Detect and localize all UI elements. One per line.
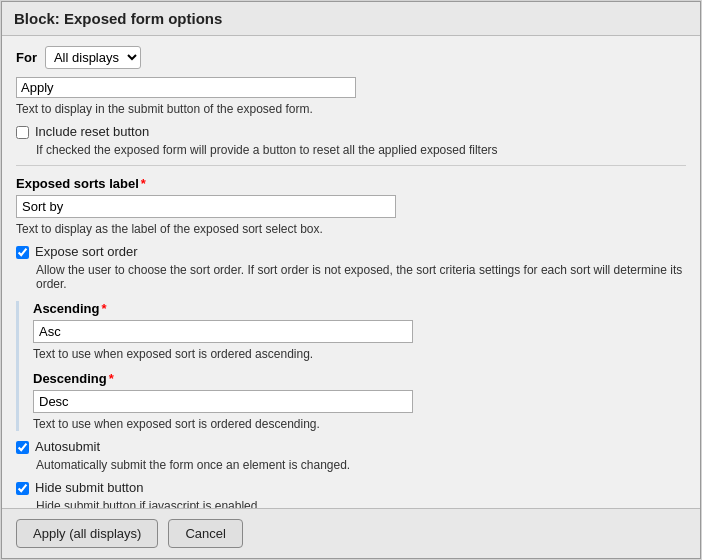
for-row: For All displays Page Block [16, 46, 686, 69]
expose-sort-order-row: Expose sort order [16, 244, 686, 259]
expose-sort-order-label: Expose sort order [35, 244, 138, 259]
for-label: For [16, 50, 37, 65]
dialog-body: For All displays Page Block Text to disp… [2, 36, 700, 508]
include-reset-help: If checked the exposed form will provide… [16, 143, 686, 157]
ascending-required: * [101, 301, 106, 316]
hide-submit-checkbox[interactable] [16, 482, 29, 495]
sort-block: Ascending* Text to use when exposed sort… [16, 301, 686, 431]
apply-input[interactable] [16, 77, 356, 98]
hide-submit-label: Hide submit button [35, 480, 143, 495]
include-reset-label: Include reset button [35, 124, 149, 139]
ascending-help: Text to use when exposed sort is ordered… [33, 347, 686, 361]
ascending-section-label: Ascending* [33, 301, 686, 316]
autosubmit-checkbox[interactable] [16, 441, 29, 454]
descending-input[interactable] [33, 390, 413, 413]
autosubmit-help: Automatically submit the form once an el… [16, 458, 686, 472]
hide-submit-row: Hide submit button [16, 480, 686, 495]
dialog-header: Block: Exposed form options [2, 2, 700, 36]
descending-required: * [109, 371, 114, 386]
dialog-footer: Apply (all displays) Cancel [2, 508, 700, 558]
include-reset-row: Include reset button [16, 124, 686, 139]
exposed-sorts-help: Text to display as the label of the expo… [16, 222, 686, 236]
submit-help-text: Text to display in the submit button of … [16, 102, 686, 116]
include-reset-checkbox[interactable] [16, 126, 29, 139]
apply-all-button[interactable]: Apply (all displays) [16, 519, 158, 548]
exposed-form-options-dialog: Block: Exposed form options For All disp… [1, 1, 701, 559]
cancel-button[interactable]: Cancel [168, 519, 242, 548]
autosubmit-label: Autosubmit [35, 439, 100, 454]
descending-help: Text to use when exposed sort is ordered… [33, 417, 686, 431]
exposed-sorts-input[interactable] [16, 195, 396, 218]
descending-section-label: Descending* [33, 371, 686, 386]
exposed-sorts-section-label: Exposed sorts label* [16, 176, 686, 191]
expose-sort-order-help: Allow the user to choose the sort order.… [16, 263, 686, 291]
divider-1 [16, 165, 686, 166]
ascending-input[interactable] [33, 320, 413, 343]
hide-submit-help: Hide submit button if javascript is enab… [16, 499, 686, 508]
for-select[interactable]: All displays Page Block [45, 46, 141, 69]
dialog-title: Block: Exposed form options [14, 10, 688, 27]
expose-sort-order-checkbox[interactable] [16, 246, 29, 259]
exposed-sorts-required: * [141, 176, 146, 191]
autosubmit-row: Autosubmit [16, 439, 686, 454]
